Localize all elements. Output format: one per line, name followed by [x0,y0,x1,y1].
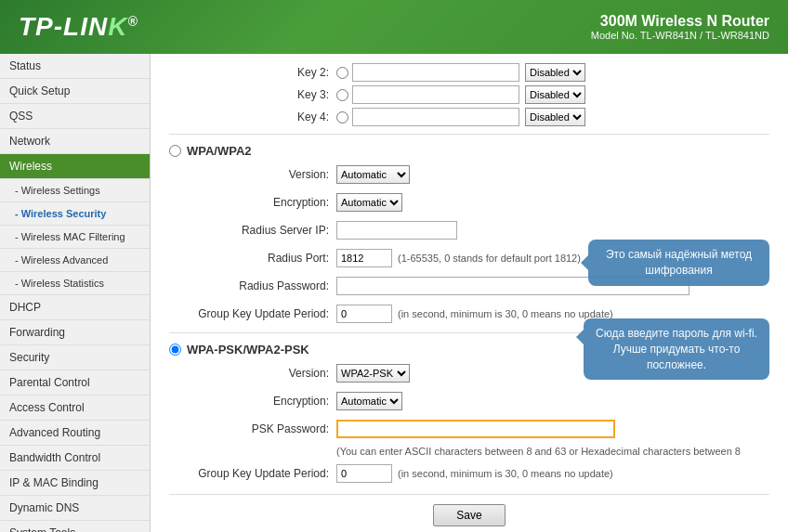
radius-password-row: Radius Password: [169,275,769,297]
key3-label: Key 3: [169,88,336,101]
key2-label: Key 2: [169,66,336,79]
sidebar-item-bandwidth-control[interactable]: Bandwidth Control [0,446,150,471]
wpapsk-encryption-select[interactable]: Automatic TKIP AES [336,392,402,410]
save-button[interactable]: Save [433,504,505,526]
key2-input[interactable] [352,63,519,82]
radius-port-row: Radius Port: (1-65535, 0 stands for defa… [169,247,769,269]
wpa-version-row: Version: Automatic WPA-PSK WPA2-PSK [169,163,769,186]
radius-port-hint: (1-65535, 0 stands for default port 1812… [398,253,581,264]
key4-status[interactable]: Disabled [525,108,585,126]
wpapsk-version-select[interactable]: Automatic WPA-PSK WPA2-PSK [336,364,410,383]
wpapsk-version-row: Version: Automatic WPA-PSK WPA2-PSK [169,362,769,384]
sidebar-item-dynamic-dns[interactable]: Dynamic DNS [0,496,150,521]
radius-password-control [336,277,690,295]
key4-input[interactable] [352,108,519,126]
key4-label: Key 4: [169,110,336,123]
radius-password-label: Radius Password: [169,279,336,292]
wpapsk-group-key-hint: (in second, minimum is 30, 0 means no up… [398,468,613,479]
wpa-section-header: WPA/WPA2 [169,144,769,158]
wpapsk-group-key-label: Group Key Update Period: [169,467,336,480]
key2-radio[interactable] [336,67,348,79]
key4-row: Key 4: Disabled [169,108,769,126]
radius-ip-label: Radius Server IP: [169,224,336,237]
wpapsk-encryption-control: Automatic TKIP AES [336,392,402,410]
divider1 [169,134,769,135]
wpa-encryption-control: Automatic TKIP AES [336,193,402,212]
sidebar-item-network[interactable]: Network [0,129,150,154]
wpapsk-group-key-input[interactable] [336,464,392,483]
sidebar-item-wireless-mac[interactable]: - Wireless MAC Filtering [0,226,150,249]
radius-password-input[interactable] [336,277,690,295]
wpa-encryption-select[interactable]: Automatic TKIP AES [336,193,402,212]
sidebar-item-parental-control[interactable]: Parental Control [0,370,150,396]
wpa-title: WPA/WPA2 [187,144,252,158]
sidebar-item-wireless[interactable]: Wireless [0,154,150,179]
wpa-encryption-label: Encryption: [169,196,336,209]
save-area: Save [169,494,769,532]
sidebar-item-forwarding[interactable]: Forwarding [0,320,150,345]
wpa-encryption-row: Encryption: Automatic TKIP AES [169,191,769,214]
wpa-version-select[interactable]: Automatic WPA-PSK WPA2-PSK [336,165,410,184]
wpa-group-key-label: Group Key Update Period: [169,307,336,320]
wpa-version-control: Automatic WPA-PSK WPA2-PSK [336,165,410,184]
sidebar-item-advanced-routing[interactable]: Advanced Routing [0,421,150,446]
sidebar-item-ip-mac-binding[interactable]: IP & MAC Binding [0,471,150,496]
radius-port-input[interactable] [336,249,392,267]
main-container: Status Quick Setup QSS Network Wireless … [0,54,788,532]
wpapsk-encryption-label: Encryption: [169,395,336,408]
router-info: 300M Wireless N Router Model No. TL-WR84… [591,13,769,41]
radius-port-label: Radius Port: [169,252,336,265]
sidebar-item-status[interactable]: Status [0,54,150,79]
wpapsk-encryption-row: Encryption: Automatic TKIP AES [169,390,769,412]
sidebar-item-dhcp[interactable]: DHCP [0,295,150,320]
wpapsk-version-label: Version: [169,367,336,380]
key3-input[interactable] [352,85,519,104]
key3-row: Key 3: Disabled [169,85,769,104]
wpapsk-group-key-row: Group Key Update Period: (in second, min… [169,462,769,485]
brand-logo: TP-LINK® [19,12,138,42]
sidebar-item-wireless-stats[interactable]: - Wireless Statistics [0,272,150,295]
wpa-version-label: Version: [169,168,336,181]
radius-port-control: (1-65535, 0 stands for default port 1812… [336,249,581,267]
psk-password-row: PSK Password: [169,418,769,440]
wpapsk-version-control: Automatic WPA-PSK WPA2-PSK [336,364,410,383]
radius-ip-row: Radius Server IP: [169,219,769,241]
radius-ip-input[interactable] [336,221,457,240]
psk-note: (You can enter ASCII characters between … [336,446,769,457]
sidebar-item-system-tools[interactable]: System Tools [0,521,150,532]
router-name: 300M Wireless N Router [591,13,769,30]
key4-radio[interactable] [336,111,348,123]
sidebar-item-wireless-settings[interactable]: - Wireless Settings [0,179,150,202]
wpapsk-title: WPA-PSK/WPA2-PSK [187,343,309,357]
wpapsk-radio[interactable] [169,344,181,356]
key2-status[interactable]: Disabled [525,63,585,82]
sidebar-item-qss[interactable]: QSS [0,104,150,129]
psk-password-input[interactable] [336,420,615,438]
model-number: Model No. TL-WR841N / TL-WR841ND [591,30,769,41]
key3-radio[interactable] [336,89,348,101]
sidebar-item-wireless-security[interactable]: - Wireless Security [0,202,150,226]
content-area: Key 2: Disabled Key 3: Disabled Key 4: D… [151,54,788,532]
wpa-group-key-hint: (in second, minimum is 30, 0 means no up… [398,308,613,319]
wpa-radio[interactable] [169,145,181,157]
sidebar-item-security[interactable]: Security [0,345,150,370]
sidebar-item-quick-setup[interactable]: Quick Setup [0,79,150,104]
wpa-group-key-row: Group Key Update Period: (in second, min… [169,303,769,325]
wpa-group-key-input[interactable] [336,305,392,323]
sidebar: Status Quick Setup QSS Network Wireless … [0,54,151,532]
page-header: TP-LINK® 300M Wireless N Router Model No… [0,0,788,54]
key2-row: Key 2: Disabled [169,63,769,82]
psk-password-label: PSK Password: [169,422,336,435]
sidebar-item-wireless-advanced[interactable]: - Wireless Advanced [0,249,150,272]
key3-status[interactable]: Disabled [525,85,585,104]
wpapsk-section-header: WPA-PSK/WPA2-PSK [169,343,769,357]
divider2 [169,332,769,333]
wpapsk-group-key-control: (in second, minimum is 30, 0 means no up… [336,464,613,483]
psk-password-control [336,420,615,438]
radius-ip-control [336,221,457,240]
sidebar-item-access-control[interactable]: Access Control [0,396,150,421]
wpa-group-key-control: (in second, minimum is 30, 0 means no up… [336,305,613,323]
